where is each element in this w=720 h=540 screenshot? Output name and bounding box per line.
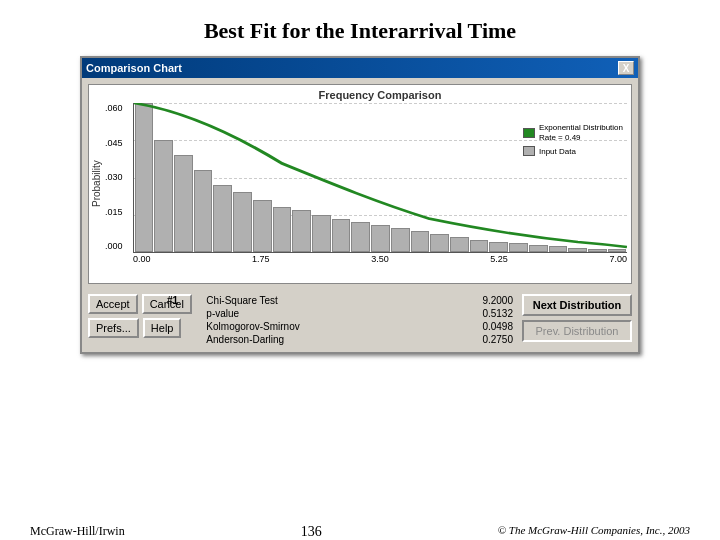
chart-plot: Exponential Distribution Rate = 0.49 Inp… xyxy=(133,103,627,253)
y-axis-label: Probability xyxy=(89,85,103,283)
stats-value-3: 0.0498 xyxy=(432,320,516,333)
right-buttons: Next Distribution Prev. Distribution xyxy=(522,294,632,346)
close-button[interactable]: X xyxy=(618,61,634,75)
chart-legend: Exponential Distribution Rate = 0.49 Inp… xyxy=(523,123,623,160)
stats-header-row: #1 Chi-Square Test 9.2000 xyxy=(164,294,516,307)
legend-box-exponential xyxy=(523,128,535,138)
comparison-window: Comparison Chart X Probability Frequency… xyxy=(80,56,640,354)
copyright-label: © The McGraw-Hill Companies, Inc., 2003 xyxy=(498,524,690,540)
chart-container: Probability Frequency Comparison .060 .0… xyxy=(88,84,632,284)
title-bar: Comparison Chart X xyxy=(82,58,638,78)
stats-label-1: Chi-Square Test xyxy=(203,294,431,307)
stats-table: #1 Chi-Square Test 9.2000 p-value 0.5132… xyxy=(164,294,516,346)
stats-value-1: 9.2000 xyxy=(432,294,516,307)
x-label-2: 1.75 xyxy=(252,254,270,264)
stats-row-4: Anderson-Darling 0.2750 xyxy=(164,333,516,346)
legend-item-exponential: Exponential Distribution Rate = 0.49 xyxy=(523,123,623,142)
legend-item-input: Input Data xyxy=(523,146,623,156)
x-axis-labels: 0.00 1.75 3.50 5.25 7.00 xyxy=(133,253,627,264)
stats-row-3: Kolmogorov-Smirnov 0.0498 xyxy=(164,320,516,333)
chart-title: Frequency Comparison xyxy=(133,89,627,101)
bottom-section: Accept Cancel Prefs... Help #1 Chi-Squar… xyxy=(82,290,638,352)
stats-label-2: p-value xyxy=(203,307,431,320)
top-button-row: Accept Cancel xyxy=(88,294,158,314)
page-number: 136 xyxy=(301,524,322,540)
x-label-1: 0.00 xyxy=(133,254,151,264)
stats-value-2: 0.5132 xyxy=(432,307,516,320)
prefs-button[interactable]: Prefs... xyxy=(88,318,139,338)
stats-number: #1 xyxy=(164,294,203,307)
title-bar-label: Comparison Chart xyxy=(86,62,182,74)
footer: McGraw-Hill/Irwin 136 © The McGraw-Hill … xyxy=(0,514,720,540)
legend-box-input xyxy=(523,146,535,156)
next-distribution-button[interactable]: Next Distribution xyxy=(522,294,632,316)
author-label: McGraw-Hill/Irwin xyxy=(30,524,125,540)
x-label-3: 3.50 xyxy=(371,254,389,264)
y-label-1: .000 xyxy=(105,241,123,251)
stats-label-4: Anderson-Darling xyxy=(203,333,431,346)
page-title: Best Fit for the Interarrival Time xyxy=(204,18,516,44)
y-label-2: .015 xyxy=(105,207,123,217)
y-label-5: .060 xyxy=(105,103,123,113)
stats-row-2: p-value 0.5132 xyxy=(164,307,516,320)
chart-inner: Frequency Comparison .060 .045 .030 .015… xyxy=(103,85,631,283)
y-label-4: .045 xyxy=(105,138,123,148)
y-label-3: .030 xyxy=(105,172,123,182)
stats-value-4: 0.2750 xyxy=(432,333,516,346)
x-label-5: 7.00 xyxy=(609,254,627,264)
bottom-button-row: Prefs... Help xyxy=(88,318,158,338)
x-label-4: 5.25 xyxy=(490,254,508,264)
left-buttons: Accept Cancel Prefs... Help xyxy=(88,294,158,346)
prev-distribution-button: Prev. Distribution xyxy=(522,320,632,342)
legend-label-input: Input Data xyxy=(539,147,576,156)
stats-label-3: Kolmogorov-Smirnov xyxy=(203,320,431,333)
legend-label-exponential: Exponential Distribution Rate = 0.49 xyxy=(539,123,623,142)
accept-button[interactable]: Accept xyxy=(88,294,138,314)
